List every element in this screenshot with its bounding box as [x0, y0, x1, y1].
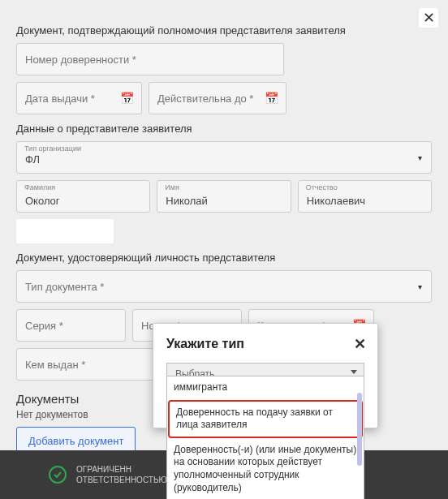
bg-text-1: ОГРАНИЧЕНН: [76, 464, 167, 475]
doc-series-input[interactable]: [16, 309, 126, 342]
poa-number-input[interactable]: [16, 43, 284, 75]
scrollbar-thumb[interactable]: [357, 393, 362, 466]
org-type-select[interactable]: ФЛ: [16, 141, 432, 174]
rep-section-title: Данные о представителе заявителя: [16, 123, 432, 135]
dropdown-option[interactable]: иммигранта: [167, 376, 364, 399]
patronymic-input[interactable]: [298, 180, 432, 213]
bg-text-2: ОТВЕТСТВЕННОСТЬЮ: [76, 475, 167, 485]
poa-valid-until-input[interactable]: [149, 82, 286, 114]
iddoc-section-title: Документ, удостоверяющий личность предст…: [16, 252, 432, 264]
close-dialog-icon[interactable]: ✕: [419, 8, 438, 28]
caret-down-icon: [351, 370, 357, 374]
modal-title: Укажите тип: [166, 337, 244, 351]
surname-input[interactable]: [16, 180, 150, 213]
poa-section-title: Документ, подтверждающий полномочия пред…: [16, 24, 432, 37]
name-input[interactable]: [157, 180, 291, 213]
dropdown-list: иммигранта Доверенность на подачу заявки…: [166, 376, 364, 499]
dropdown-option[interactable]: Доверенность(-и) (или иные документы) на…: [167, 439, 364, 499]
poa-issue-date-input[interactable]: [16, 82, 142, 114]
dropdown-option-highlighted[interactable]: Доверенность на подачу заявки от лица за…: [168, 400, 363, 438]
doc-type-select[interactable]: [16, 270, 432, 303]
modal-close-icon[interactable]: ✕: [354, 335, 366, 353]
check-circle-icon: [49, 466, 67, 484]
type-modal: Укажите тип ✕ Выбрать иммигранта Доверен…: [153, 323, 378, 428]
